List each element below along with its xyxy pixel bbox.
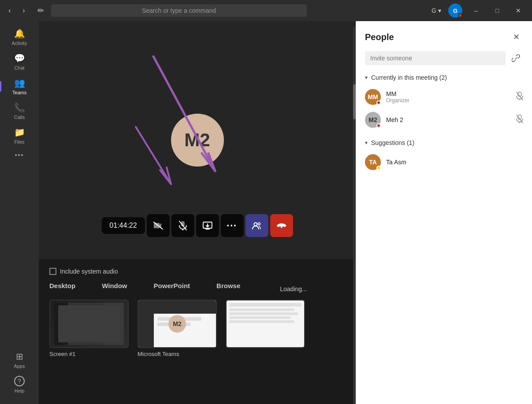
sidebar-item-calls[interactable]: 📞 Calls xyxy=(4,99,35,123)
scrollbar-track xyxy=(353,26,356,404)
search-input[interactable] xyxy=(51,4,307,17)
sidebar: 🔔 Activity 💬 Chat 👥 Teams 📞 Calls 📁 File… xyxy=(0,21,39,404)
screen1-thumb[interactable]: M xyxy=(49,300,129,348)
participants-button[interactable] xyxy=(246,214,268,237)
sidebar-label-calls: Calls xyxy=(14,115,25,120)
avatar-taasm: TA xyxy=(365,154,381,170)
share-area: Include system audio Desktop Window Powe… xyxy=(39,259,356,404)
share-screen-button[interactable] xyxy=(196,214,219,237)
scrollbar-thumb[interactable] xyxy=(353,84,356,119)
suggestions-chevron-icon: ▾ xyxy=(365,140,368,146)
sidebar-item-chat[interactable]: 💬 Chat xyxy=(4,49,35,74)
video-area: M2 01:44:22 xyxy=(39,21,356,259)
include-audio-label: Include system audio xyxy=(60,268,118,275)
share-item-doc[interactable] xyxy=(226,300,305,357)
sidebar-label-files: Files xyxy=(14,139,24,145)
share-categories: Desktop Window PowerPoint Browse Loading… xyxy=(49,282,345,293)
close-button[interactable]: ✕ xyxy=(508,4,528,18)
minimize-button[interactable]: – xyxy=(466,4,486,18)
chevron-icon: ▾ xyxy=(365,74,368,81)
person-info-taasm: Ta Asm xyxy=(386,159,523,166)
sidebar-label-chat: Chat xyxy=(14,65,24,70)
share-grid: M Screen #1 xyxy=(49,300,345,357)
person-info-mm: MM Organizer xyxy=(386,90,511,104)
category-window[interactable]: Window xyxy=(102,282,127,293)
close-people-panel-button[interactable]: ✕ xyxy=(509,30,523,44)
share-item-teams[interactable]: M2 Microsoft Teams xyxy=(138,300,217,357)
invite-link-button[interactable] xyxy=(509,51,523,65)
sidebar-item-teams[interactable]: 👥 Teams xyxy=(4,74,35,99)
status-dot xyxy=(458,13,462,18)
doc-thumb[interactable] xyxy=(226,300,305,348)
person-name-meh2: Meh 2 xyxy=(386,116,511,123)
status-dot-meh2 xyxy=(376,123,381,128)
category-powerpoint[interactable]: PowerPoint xyxy=(154,282,190,293)
sidebar-item-files[interactable]: 📁 Files xyxy=(4,123,35,148)
loading-indicator: Loading... xyxy=(280,285,307,293)
category-desktop[interactable]: Desktop xyxy=(49,282,75,293)
maximize-button[interactable]: □ xyxy=(487,4,507,18)
more-options-button[interactable]: ••• xyxy=(221,214,244,237)
sidebar-item-apps[interactable]: ⊞ Apps xyxy=(4,348,35,372)
nav-buttons: ‹ › xyxy=(4,4,30,17)
content-area: M2 01:44:22 xyxy=(39,21,356,404)
mute-mm-button[interactable] xyxy=(516,92,523,102)
include-audio-checkbox[interactable] xyxy=(49,268,56,275)
mute-button[interactable] xyxy=(171,214,194,237)
person-role-mm: Organizer xyxy=(386,97,511,104)
compose-button[interactable]: ✏ xyxy=(33,4,48,18)
teams-icon: 👥 xyxy=(14,78,25,88)
back-button[interactable]: ‹ xyxy=(4,4,16,17)
call-timer: 01:44:22 xyxy=(101,217,145,234)
avatar-mm: MM xyxy=(365,89,381,105)
forward-button[interactable]: › xyxy=(18,4,30,17)
main-layout: 🔔 Activity 💬 Chat 👥 Teams 📞 Calls 📁 File… xyxy=(0,21,532,404)
video-avatar: M2 xyxy=(171,114,224,167)
files-icon: 📁 xyxy=(14,127,25,137)
invite-input[interactable] xyxy=(365,51,506,65)
include-audio-row: Include system audio xyxy=(49,268,345,275)
tenant-selector[interactable]: G ▾ xyxy=(428,5,445,16)
calls-icon: 📞 xyxy=(14,102,25,113)
activity-icon: 🔔 xyxy=(14,28,25,39)
call-controls: 01:44:22 xyxy=(101,214,293,237)
hangup-button[interactable] xyxy=(270,214,293,237)
category-browse[interactable]: Browse xyxy=(216,282,240,293)
more-icon: ••• xyxy=(15,152,24,159)
suggestions-section-header[interactable]: ▾ Suggestions (1) xyxy=(365,139,523,146)
people-title: People xyxy=(365,32,394,42)
teams-window-label: Microsoft Teams xyxy=(138,351,179,357)
mute-meh2-button[interactable] xyxy=(516,115,523,125)
people-panel: People ✕ ▾ Currently in this meeting (2)… xyxy=(356,21,532,404)
sidebar-item-more[interactable]: ••• xyxy=(4,148,35,162)
title-bar: ‹ › ✏ G ▾ G – □ ✕ xyxy=(0,0,532,21)
avatar[interactable]: G xyxy=(448,4,462,18)
tenant-label: G xyxy=(432,7,436,14)
teams-thumb-avatar: M2 xyxy=(168,315,186,333)
invite-row xyxy=(365,51,523,65)
screen1-label: Screen #1 xyxy=(49,351,75,357)
suggestions-title: Suggestions (1) xyxy=(371,139,414,146)
window-controls: – □ ✕ xyxy=(466,4,528,18)
people-header: People ✕ xyxy=(365,30,523,44)
screen1-mock: M xyxy=(50,300,128,347)
sidebar-label-apps: Apps xyxy=(14,363,25,369)
share-item-screen1[interactable]: M Screen #1 xyxy=(49,300,129,357)
current-meeting-title: Currently in this meeting (2) xyxy=(371,74,447,81)
video-toggle-button[interactable] xyxy=(147,214,170,237)
person-row-taasm: TA Ta Asm xyxy=(365,152,523,173)
person-row-meh2: M2 Meh 2 xyxy=(365,109,523,130)
title-bar-right: G ▾ G – □ ✕ xyxy=(428,4,528,18)
status-dot-taasm xyxy=(376,166,381,170)
teams-thumb[interactable]: M2 xyxy=(138,300,217,348)
sidebar-bottom: ⊞ Apps ? Help xyxy=(4,348,35,404)
person-info-meh2: Meh 2 xyxy=(386,116,511,123)
sidebar-item-help[interactable]: ? Help xyxy=(4,372,35,397)
current-meeting-section-header[interactable]: ▾ Currently in this meeting (2) xyxy=(365,74,523,81)
apps-icon: ⊞ xyxy=(16,351,23,362)
chevron-down-icon: ▾ xyxy=(438,7,441,14)
svg-point-7 xyxy=(258,223,260,225)
teams-mock: M2 xyxy=(138,300,216,347)
sidebar-label-teams: Teams xyxy=(12,90,26,95)
sidebar-item-activity[interactable]: 🔔 Activity xyxy=(4,25,35,49)
